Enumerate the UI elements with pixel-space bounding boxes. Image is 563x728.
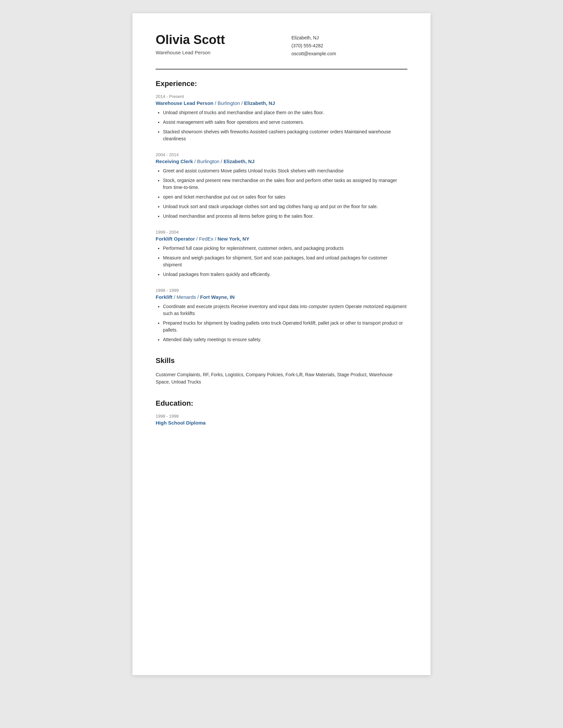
exp-jobtitle-3: Forklift Operator (156, 236, 195, 242)
education-section-title: Education: (156, 399, 407, 408)
exp-entry-2: 2004 - 2014 Receiving Clerk / Burlington… (156, 152, 407, 220)
bullet-2-0: Greet and assist customers Move pallets … (163, 167, 407, 174)
exp-dates-3: 1999 - 2004 (156, 230, 407, 235)
exp-header-4: Forklift / Menards / Fort Wayne, IN (156, 294, 407, 300)
exp-dates-4: 1998 - 1999 (156, 288, 407, 293)
exp-header-2: Receiving Clerk / Burlington / Elizabeth… (156, 159, 407, 164)
resume-header: Olivia Scott Warehouse Lead Person Eliza… (156, 33, 407, 59)
exp-location-1: Elizabeth, NJ (244, 100, 275, 106)
exp-bullets-1: Unload shipment of trucks and merchandis… (156, 109, 407, 142)
bullet-2-4: Unload merchandise and process all items… (163, 213, 407, 220)
skills-section-title: Skills (156, 356, 407, 365)
bullet-1-0: Unload shipment of trucks and merchandis… (163, 109, 407, 116)
exp-jobtitle-2: Receiving Clerk (156, 159, 193, 164)
skills-text: Customer Complaints, RF, Forks, Logistic… (156, 371, 407, 386)
candidate-title: Warehouse Lead Person (156, 50, 271, 55)
exp-company-sep-1: / (215, 100, 217, 106)
exp-loc-sep-3: / (214, 236, 217, 242)
exp-jobtitle-1: Warehouse Lead Person (156, 100, 213, 106)
exp-bullets-4: Coordinate and execute projects Receive … (156, 303, 407, 343)
candidate-location: Elizabeth, NJ (292, 35, 407, 40)
exp-header-3: Forklift Operator / FedEx / New York, NY (156, 236, 407, 242)
edu-dates-1: 1998 - 1998 (156, 414, 407, 419)
bullet-3-1: Measure and weigh packages for shipment,… (163, 254, 407, 268)
exp-dates-2: 2004 - 2014 (156, 152, 407, 157)
header-right: Elizabeth, NJ (370) 555-4282 oscott@exam… (271, 33, 407, 59)
exp-loc-sep-1: / (241, 100, 244, 106)
bullet-2-1: Stock, organize and present new merchand… (163, 177, 407, 191)
header-left: Olivia Scott Warehouse Lead Person (156, 33, 271, 55)
exp-location-2: Elizabeth, NJ (223, 159, 254, 164)
exp-entry-4: 1998 - 1999 Forklift / Menards / Fort Wa… (156, 288, 407, 343)
bullet-1-1: Assist management with sales floor opera… (163, 119, 407, 126)
exp-company-sep-2: / (194, 159, 197, 164)
bullet-4-0: Coordinate and execute projects Receive … (163, 303, 407, 317)
exp-company-4: Menards (176, 294, 196, 300)
bullet-4-1: Prepared trucks for shipment by loading … (163, 320, 407, 334)
resume-page: Olivia Scott Warehouse Lead Person Eliza… (132, 13, 431, 675)
edu-entry-1: 1998 - 1998 High School Diploma (156, 414, 407, 426)
exp-entry-1: 2014 - Present Warehouse Lead Person / B… (156, 94, 407, 142)
experience-section: Experience: 2014 - Present Warehouse Lea… (156, 79, 407, 343)
exp-bullets-2: Greet and assist customers Move pallets … (156, 167, 407, 220)
exp-loc-sep-2: / (221, 159, 223, 164)
bullet-3-0: Performed full case picking for replenis… (163, 245, 407, 252)
exp-header-1: Warehouse Lead Person / Burlington / Eli… (156, 100, 407, 106)
exp-bullets-3: Performed full case picking for replenis… (156, 245, 407, 278)
exp-dates-1: 2014 - Present (156, 94, 407, 99)
exp-location-3: New York, NY (217, 236, 249, 242)
bullet-1-2: Stacked showroom shelves with fireworks … (163, 128, 407, 142)
bullet-2-3: Unload truck sort and stack unpackage cl… (163, 203, 407, 210)
exp-location-4: Fort Wayne, IN (200, 294, 234, 300)
experience-section-title: Experience: (156, 79, 407, 88)
edu-degree-1: High School Diploma (156, 420, 407, 426)
education-section: Education: 1998 - 1998 High School Diplo… (156, 399, 407, 426)
exp-loc-sep-4: / (197, 294, 200, 300)
header-divider (156, 69, 407, 69)
skills-section: Skills Customer Complaints, RF, Forks, L… (156, 356, 407, 386)
exp-entry-3: 1999 - 2004 Forklift Operator / FedEx / … (156, 230, 407, 278)
candidate-email: oscott@example.com (292, 51, 407, 56)
bullet-4-2: Attended daily safety meetings to ensure… (163, 336, 407, 343)
exp-company-2: Burlington (197, 159, 219, 164)
exp-company-3: FedEx (199, 236, 213, 242)
bullet-3-2: Unload packages from trailers quickly an… (163, 271, 407, 278)
candidate-phone: (370) 555-4282 (292, 43, 407, 48)
bullet-2-2: open and ticket merchandise put out on s… (163, 194, 407, 201)
exp-jobtitle-4: Forklift (156, 294, 172, 300)
exp-company-sep-3: / (196, 236, 199, 242)
exp-company-1: Burlington (217, 100, 240, 106)
candidate-name: Olivia Scott (156, 33, 271, 47)
